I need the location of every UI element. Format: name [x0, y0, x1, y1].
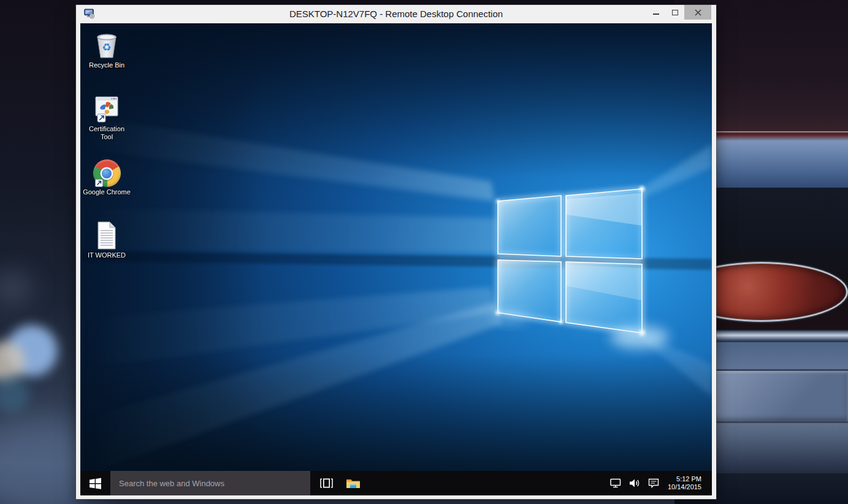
desktop-icon-label: Certification Tool: [83, 125, 131, 141]
task-view-button[interactable]: [313, 471, 340, 495]
windows-hero-wallpaper: [80, 23, 712, 495]
desktop-icon-it-worked[interactable]: IT WORKED: [83, 218, 131, 259]
recycle-bin-icon: ♻: [93, 28, 121, 60]
desktop-icon-certification-tool[interactable]: Certification Tool: [83, 92, 131, 141]
svg-text:♻: ♻: [102, 41, 111, 53]
network-icon[interactable]: [606, 478, 625, 488]
chrome-icon: [93, 155, 121, 187]
minimize-icon: [653, 13, 659, 15]
text-document-icon: [95, 218, 118, 250]
action-center-icon[interactable]: [644, 478, 663, 488]
taskbar: 5:12 PM 10/14/2015: [80, 471, 712, 495]
remote-desktop-icon: [84, 9, 95, 19]
desktop-icon-label: IT WORKED: [88, 251, 126, 259]
start-button[interactable]: [80, 471, 110, 495]
taskbar-search-box[interactable]: [110, 471, 310, 495]
window-controls: [646, 5, 711, 20]
file-explorer-icon: [346, 478, 361, 489]
task-view-icon: [320, 478, 333, 488]
remote-desktop-screen[interactable]: ♻ Recycle Bin: [80, 23, 712, 495]
rdp-titlebar[interactable]: DESKTOP-N12V7FQ - Remote Desktop Connect…: [76, 5, 716, 23]
shortcut-arrow-icon: [95, 179, 103, 187]
taskbar-clock[interactable]: 5:12 PM 10/14/2015: [668, 475, 701, 491]
desktop-icon-recycle-bin[interactable]: ♻ Recycle Bin: [83, 28, 131, 69]
clock-time: 5:12 PM: [668, 475, 701, 483]
volume-icon[interactable]: [625, 478, 644, 488]
rdp-window: DESKTOP-N12V7FQ - Remote Desktop Connect…: [76, 5, 716, 499]
search-input[interactable]: [110, 479, 310, 488]
close-button[interactable]: [684, 5, 711, 20]
rdp-window-title: DESKTOP-N12V7FQ - Remote Desktop Connect…: [76, 5, 716, 23]
file-explorer-button[interactable]: [340, 471, 367, 495]
host-desktop-background: S K JUL KF DESKTOP-N12V7FQ - Remo: [0, 0, 848, 504]
system-tray: 5:12 PM 10/14/2015: [606, 471, 712, 495]
desktop-icon-google-chrome[interactable]: Google Chrome: [83, 155, 131, 196]
windows-logo-icon: [90, 478, 101, 489]
bokeh-light: [0, 270, 34, 307]
bokeh-light: [0, 375, 29, 412]
minimize-button[interactable]: [646, 5, 665, 20]
app-window-shortcut-icon: [93, 92, 121, 124]
maximize-icon: [672, 10, 678, 15]
desktop-icon-label: Google Chrome: [83, 188, 131, 196]
maximize-button[interactable]: [665, 5, 684, 20]
close-icon: [695, 9, 701, 16]
clock-date: 10/14/2015: [668, 483, 701, 491]
desktop-icon-label: Recycle Bin: [89, 61, 124, 69]
